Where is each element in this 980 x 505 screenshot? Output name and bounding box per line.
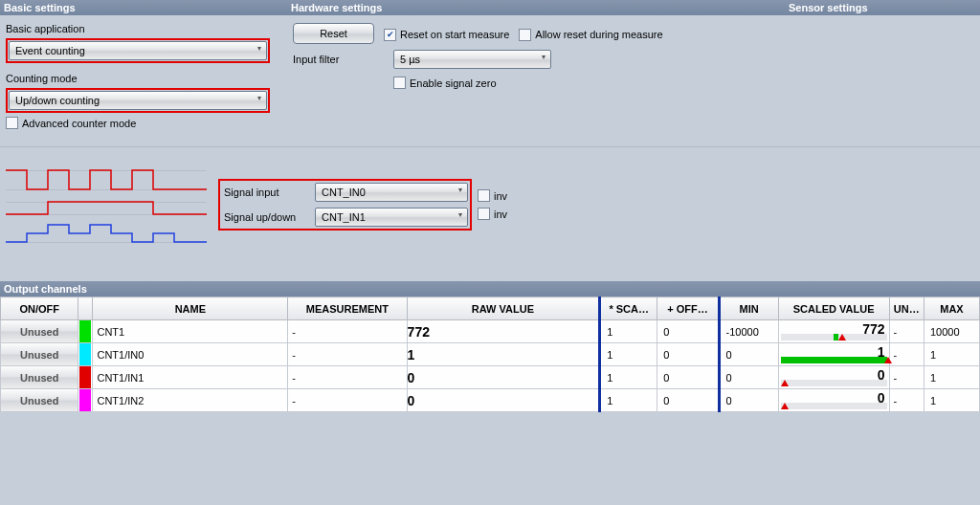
table-row: UnusedCNT1/IN2-01000-1 [1, 389, 980, 412]
reset-on-start-label: Reset on start measure [400, 29, 509, 40]
table-row: UnusedCNT1/IN1-01000-1 [1, 366, 980, 389]
enable-zero-label: Enable signal zero [410, 77, 497, 89]
col-name[interactable]: NAME [93, 297, 288, 320]
scale-cell[interactable]: 1 [600, 389, 657, 412]
output-channels-header: Output channels [0, 281, 980, 296]
offset-cell[interactable]: 0 [657, 389, 719, 412]
col-scale[interactable]: * SCA… [600, 297, 657, 320]
scaled-value-cell[interactable]: 0 [778, 389, 889, 412]
basic-application-combo[interactable]: Event counting [9, 41, 267, 60]
raw-cell[interactable]: 0 [407, 366, 600, 389]
reset-button[interactable]: Reset [293, 23, 374, 44]
col-unit[interactable]: UN… [889, 297, 924, 320]
meas-cell[interactable]: - [288, 320, 407, 343]
max-cell[interactable]: 10000 [924, 320, 980, 343]
col-raw[interactable]: RAW VALUE [407, 297, 600, 320]
table-row: UnusedCNT1-77210-10000772-10000 [1, 320, 980, 343]
scaled-value-cell[interactable]: 0 [778, 366, 889, 389]
offset-cell[interactable]: 0 [657, 320, 719, 343]
meas-cell[interactable]: - [288, 366, 407, 389]
max-cell[interactable]: 1 [924, 366, 980, 389]
input-filter-label: Input filter [293, 54, 384, 65]
color-chip[interactable] [79, 343, 91, 365]
name-cell[interactable]: CNT1/IN0 [93, 343, 288, 366]
basic-application-label: Basic application [6, 23, 85, 34]
advanced-counter-checkbox[interactable] [6, 117, 18, 129]
onoff-button[interactable]: Unused [1, 320, 78, 342]
col-meas[interactable]: MEASUREMENT [288, 297, 407, 320]
onoff-button[interactable]: Unused [1, 389, 78, 411]
signal-input-inv-checkbox[interactable] [478, 189, 490, 202]
raw-cell[interactable]: 0 [407, 389, 600, 412]
advanced-counter-label: Advanced counter mode [22, 118, 136, 129]
unit-cell[interactable]: - [889, 366, 924, 389]
col-onoff[interactable]: ON/OFF [1, 297, 78, 320]
hardware-settings-header: Hardware settings [291, 2, 789, 13]
scaled-value-cell[interactable]: 772 [778, 320, 889, 343]
allow-reset-checkbox[interactable] [519, 29, 531, 41]
col-min[interactable]: MIN [719, 297, 778, 320]
onoff-button[interactable]: Unused [1, 366, 78, 388]
raw-cell[interactable]: 772 [407, 320, 600, 343]
sensor-settings-header: Sensor settings [789, 2, 976, 13]
unit-cell[interactable]: - [889, 320, 924, 343]
raw-cell[interactable]: 1 [407, 343, 600, 366]
signal-updown-inv-label: inv [494, 209, 507, 220]
table-row: UnusedCNT1/IN0-11001-1 [1, 343, 980, 366]
col-sval[interactable]: SCALED VALUE [778, 297, 889, 320]
col-max[interactable]: MAX [924, 297, 980, 320]
signal-updown-label: Signal up/down [224, 211, 315, 223]
waveform-diagram [6, 157, 207, 252]
offset-cell[interactable]: 0 [657, 366, 719, 389]
col-color[interactable] [78, 297, 93, 320]
meas-cell[interactable]: - [288, 389, 407, 412]
counting-mode-highlight: Up/down counting [6, 88, 270, 113]
signal-highlight: Signal input CNT_IN0 Signal up/down CNT_… [218, 179, 472, 231]
max-cell[interactable]: 1 [924, 389, 980, 412]
basic-application-highlight: Event counting [6, 38, 270, 63]
offset-cell[interactable]: 0 [657, 343, 719, 366]
signal-input-inv-label: inv [494, 190, 507, 202]
color-chip[interactable] [79, 320, 91, 342]
name-cell[interactable]: CNT1/IN1 [93, 366, 288, 389]
signal-input-label: Signal input [224, 187, 315, 198]
reset-on-start-checkbox[interactable] [384, 29, 396, 41]
input-filter-combo[interactable]: 5 µs [393, 50, 551, 69]
enable-zero-checkbox[interactable] [393, 77, 406, 89]
name-cell[interactable]: CNT1/IN2 [93, 389, 288, 412]
min-cell[interactable]: 0 [719, 366, 778, 389]
min-cell[interactable]: -10000 [719, 320, 778, 343]
signal-input-combo[interactable]: CNT_IN0 [315, 183, 468, 202]
color-chip[interactable] [79, 389, 91, 411]
unit-cell[interactable]: - [889, 389, 924, 412]
unit-cell[interactable]: - [889, 343, 924, 366]
scale-cell[interactable]: 1 [600, 343, 657, 366]
col-offset[interactable]: + OFF… [657, 297, 719, 320]
min-cell[interactable]: 0 [719, 343, 778, 366]
counting-mode-combo[interactable]: Up/down counting [9, 91, 267, 110]
basic-settings-header: Basic settings [4, 2, 291, 13]
meas-cell[interactable]: - [288, 343, 407, 366]
min-cell[interactable]: 0 [719, 389, 778, 412]
output-channels-table: ON/OFF NAME MEASUREMENT RAW VALUE * SCA…… [0, 296, 980, 412]
scaled-value-cell[interactable]: 1 [778, 343, 889, 366]
max-cell[interactable]: 1 [924, 343, 980, 366]
color-chip[interactable] [79, 366, 91, 388]
signal-updown-combo[interactable]: CNT_IN1 [315, 208, 468, 227]
allow-reset-label: Allow reset during measure [535, 29, 662, 40]
counting-mode-label: Counting mode [6, 73, 78, 84]
name-cell[interactable]: CNT1 [93, 320, 288, 343]
top-section-header: Basic settings Hardware settings Sensor … [0, 0, 980, 15]
scale-cell[interactable]: 1 [600, 320, 657, 343]
signal-updown-inv-checkbox[interactable] [478, 208, 490, 220]
onoff-button[interactable]: Unused [1, 343, 78, 365]
scale-cell[interactable]: 1 [600, 366, 657, 389]
